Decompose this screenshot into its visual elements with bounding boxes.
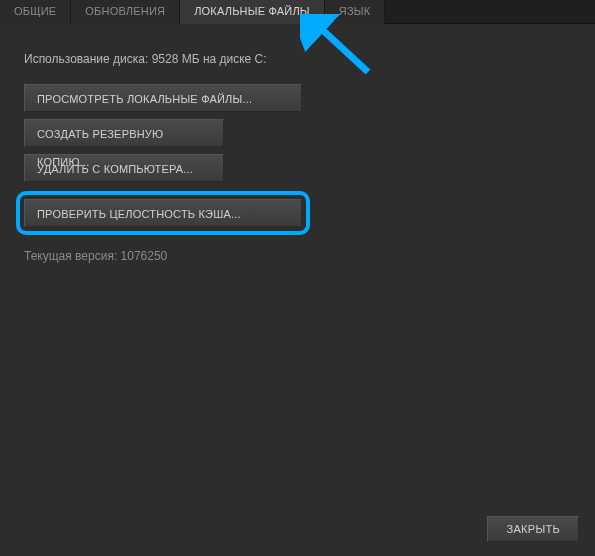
tab-bar-filler [385, 0, 595, 23]
tab-general[interactable]: ОБЩИЕ [0, 0, 71, 24]
tab-local-files[interactable]: ЛОКАЛЬНЫЕ ФАЙЛЫ [180, 0, 325, 24]
current-version-label: Текущая версия: 1076250 [24, 249, 571, 263]
tab-updates[interactable]: ОБНОВЛЕНИЯ [71, 0, 180, 24]
tab-bar: ОБЩИЕ ОБНОВЛЕНИЯ ЛОКАЛЬНЫЕ ФАЙЛЫ ЯЗЫК [0, 0, 595, 24]
browse-local-files-button[interactable]: ПРОСМОТРЕТЬ ЛОКАЛЬНЫЕ ФАЙЛЫ... [24, 84, 302, 112]
delete-local-content-button[interactable]: УДАЛИТЬ С КОМПЬЮТЕРА... [24, 154, 224, 182]
highlight-ring: ПРОВЕРИТЬ ЦЕЛОСТНОСТЬ КЭША... [16, 191, 310, 235]
local-files-panel: Использование диска: 9528 МБ на диске C:… [0, 24, 595, 263]
tab-language[interactable]: ЯЗЫК [325, 0, 386, 24]
verify-cache-integrity-button[interactable]: ПРОВЕРИТЬ ЦЕЛОСТНОСТЬ КЭША... [24, 199, 302, 227]
disk-usage-label: Использование диска: 9528 МБ на диске C: [24, 52, 571, 66]
close-button[interactable]: ЗАКРЫТЬ [487, 516, 579, 542]
backup-game-files-button[interactable]: СОЗДАТЬ РЕЗЕРВНУЮ КОПИЮ... [24, 119, 224, 147]
